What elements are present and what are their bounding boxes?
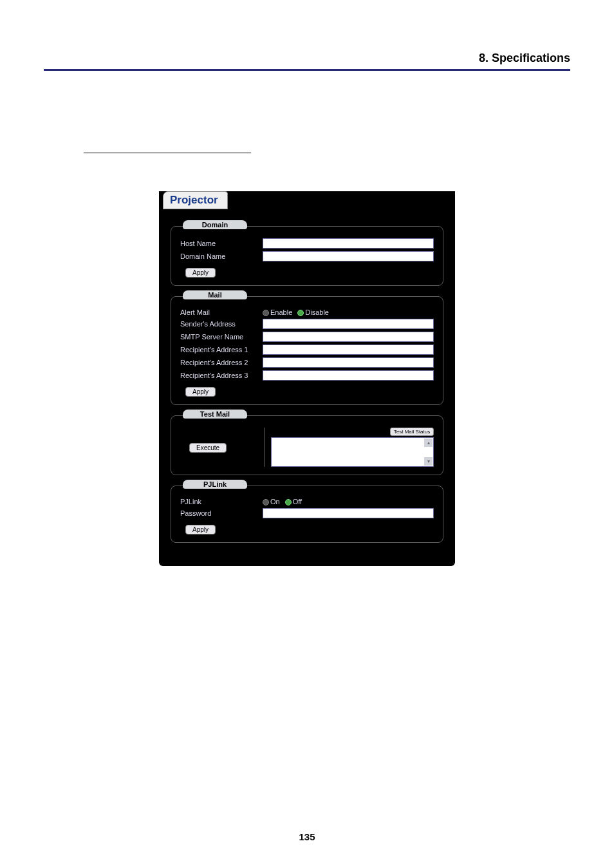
vertical-divider (264, 428, 265, 467)
domain-name-label: Domain Name (180, 252, 257, 260)
page-number: 135 (0, 831, 614, 842)
enable-label: Enable (270, 308, 292, 316)
smtp-server-label: SMTP Server Name (180, 333, 257, 341)
radio-icon (285, 499, 292, 505)
recipient2-input[interactable] (263, 357, 434, 368)
test-mail-status-button[interactable]: Test Mail Status (390, 428, 434, 436)
scroll-down-icon[interactable]: ▾ (424, 457, 433, 466)
domain-name-input[interactable] (263, 251, 434, 261)
recipient1-label: Recipient's Address 1 (180, 346, 257, 354)
mail-group: Mail Alert Mail Enable Disable Sender's … (171, 296, 443, 405)
alert-mail-disable-radio[interactable]: Disable (297, 308, 329, 316)
mail-legend: Mail (183, 290, 247, 299)
radio-icon (263, 310, 269, 316)
recipient3-label: Recipient's Address 3 (180, 372, 257, 379)
projector-body: Domain Host Name Domain Name Apply Mail (159, 209, 455, 547)
password-input[interactable] (263, 508, 434, 518)
smtp-server-input[interactable] (263, 332, 434, 342)
radio-icon (297, 310, 304, 316)
pjlink-group: PJLink PJLink On Off Password Apply (171, 486, 443, 543)
radio-icon (263, 499, 269, 505)
recipient3-input[interactable] (263, 370, 434, 381)
header-rule (44, 69, 570, 71)
pjlink-apply-button[interactable]: Apply (185, 525, 216, 534)
password-label: Password (180, 509, 257, 517)
screenshot-container: Projector Domain Host Name Domain Name A… (44, 191, 570, 566)
pjlink-label: PJLink (180, 498, 257, 505)
test-mail-group: Test Mail Execute Test Mail Status ▴ ▾ (171, 415, 443, 475)
host-name-input[interactable] (263, 238, 434, 249)
test-mail-status-textarea[interactable]: ▴ ▾ (271, 437, 434, 467)
blank-underlined-heading (84, 142, 251, 153)
recipient2-label: Recipient's Address 2 (180, 359, 257, 366)
disable-label: Disable (305, 308, 329, 316)
section-header: 8. Specifications (44, 52, 570, 69)
host-name-label: Host Name (180, 240, 257, 247)
pjlink-on-radio[interactable]: On (263, 498, 280, 505)
senders-address-input[interactable] (263, 319, 434, 329)
alert-mail-enable-radio[interactable]: Enable (263, 308, 292, 316)
alert-mail-label: Alert Mail (180, 308, 257, 316)
pjlink-off-radio[interactable]: Off (285, 498, 302, 505)
domain-group: Domain Host Name Domain Name Apply (171, 226, 443, 286)
off-label: Off (293, 498, 302, 505)
recipient1-input[interactable] (263, 344, 434, 355)
projector-window: Projector Domain Host Name Domain Name A… (159, 191, 455, 566)
pjlink-legend: PJLink (183, 480, 247, 489)
test-mail-legend: Test Mail (183, 410, 247, 419)
on-label: On (270, 498, 280, 505)
scroll-up-icon[interactable]: ▴ (424, 439, 433, 447)
domain-legend: Domain (183, 220, 247, 229)
mail-apply-button[interactable]: Apply (185, 387, 216, 397)
domain-apply-button[interactable]: Apply (185, 268, 216, 278)
execute-button[interactable]: Execute (189, 443, 227, 453)
senders-address-label: Sender's Address (180, 320, 257, 328)
projector-tab[interactable]: Projector (163, 191, 228, 209)
